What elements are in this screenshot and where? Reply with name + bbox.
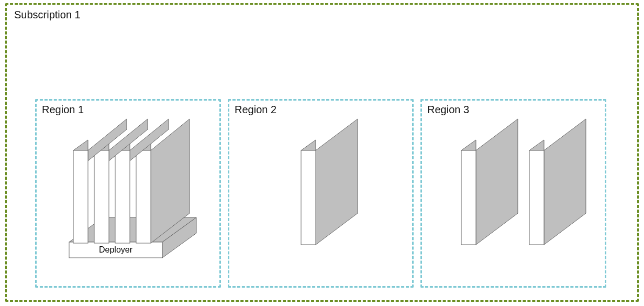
svg-rect-23 <box>529 150 544 245</box>
svg-marker-18 <box>476 119 518 245</box>
svg-marker-15 <box>316 119 358 245</box>
region-3: Region 3 SAP library SAP workload 5 <box>420 99 606 288</box>
subscription-container: Subscription 1 Region 1 Deployer SAP <box>5 3 639 302</box>
svg-marker-21 <box>544 119 586 245</box>
svg-marker-19 <box>461 140 476 150</box>
svg-rect-5 <box>136 150 151 243</box>
region-1-diagram: Deployer SAP workload 1 SAP workload 2 <box>37 101 223 289</box>
subscription-title: Subscription 1 <box>14 9 81 21</box>
region-2: Region 2 SAP workload 4 <box>228 99 414 288</box>
svg-marker-16 <box>301 140 316 150</box>
svg-marker-13 <box>73 140 88 150</box>
region-2-diagram: SAP workload 4 <box>229 101 415 289</box>
deployer-label: Deployer <box>99 245 133 254</box>
svg-rect-11 <box>94 150 109 243</box>
svg-rect-20 <box>461 150 476 245</box>
region-3-diagram: SAP library SAP workload 5 <box>422 101 608 289</box>
svg-rect-8 <box>115 150 130 243</box>
svg-marker-22 <box>529 140 544 150</box>
svg-rect-17 <box>301 150 316 245</box>
svg-rect-14 <box>73 150 88 243</box>
region-1: Region 1 Deployer SAP workload 1 <box>35 99 221 288</box>
